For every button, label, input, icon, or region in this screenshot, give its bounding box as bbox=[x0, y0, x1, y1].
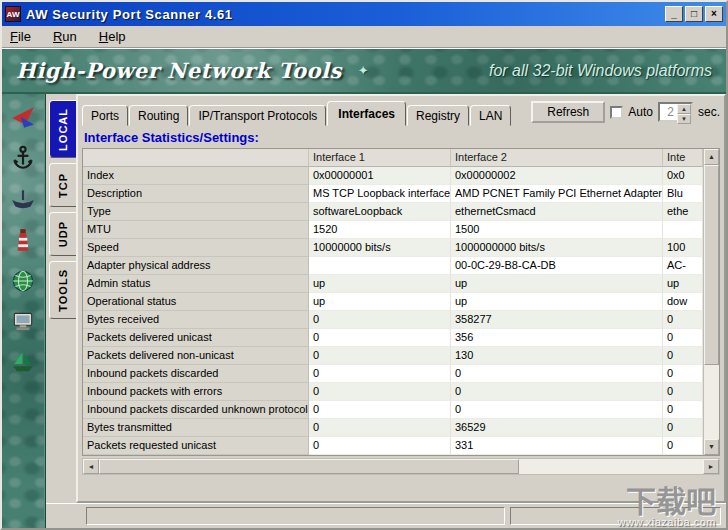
banner-title: High-Power Network Tools bbox=[16, 58, 342, 83]
row-value-interface1: 10000000 bits/s bbox=[309, 239, 451, 257]
minimize-button[interactable]: _ bbox=[665, 6, 683, 22]
auto-checkbox-label: Auto bbox=[628, 105, 653, 119]
refresh-button[interactable]: Refresh bbox=[531, 101, 605, 123]
window-title: AW Security Port Scanner 4.61 bbox=[26, 7, 233, 22]
row-value-interface2: 130 bbox=[451, 347, 663, 365]
row-value-interface3: AC- bbox=[663, 257, 703, 275]
vertical-scroll-thumb[interactable] bbox=[704, 165, 719, 365]
row-value-interface3 bbox=[663, 221, 703, 239]
spinner-down-button[interactable]: ▼ bbox=[677, 114, 691, 124]
row-value-interface2: up bbox=[451, 293, 663, 311]
row-label: Bytes transmitted bbox=[83, 419, 309, 437]
header-label-column bbox=[83, 149, 309, 167]
row-label: Inbound packets discarded unknown protoc… bbox=[83, 401, 309, 419]
vertical-scrollbar[interactable]: ▲ ▼ bbox=[703, 149, 719, 455]
row-value-interface3: 0 bbox=[663, 383, 703, 401]
close-button[interactable]: × bbox=[705, 6, 723, 22]
row-value-interface1: up bbox=[309, 293, 451, 311]
row-label: Packets delivered unicast bbox=[83, 329, 309, 347]
banner-subtitle: for all 32-bit Windows platforms bbox=[489, 62, 712, 80]
row-label: Inbound packets with errors bbox=[83, 383, 309, 401]
row-value-interface1: 0 bbox=[309, 419, 451, 437]
row-value-interface1 bbox=[309, 257, 451, 275]
interface-table: Interface 1 Interface 2 Inte Index 0x000… bbox=[82, 148, 720, 456]
tab-interfaces[interactable]: Interfaces bbox=[327, 101, 406, 126]
table-row: Inbound packets with errors 0 0 0 bbox=[83, 383, 703, 401]
globe-icon bbox=[10, 268, 36, 294]
tab-lan[interactable]: LAN bbox=[470, 105, 511, 126]
auto-checkbox[interactable] bbox=[610, 106, 623, 119]
table-row: Bytes transmitted 0 36529 0 bbox=[83, 419, 703, 437]
scroll-up-icon[interactable]: ▲ bbox=[704, 149, 719, 165]
row-value-interface3: up bbox=[663, 275, 703, 293]
table-row: Inbound packets discarded unknown protoc… bbox=[83, 401, 703, 419]
side-tab-strip: LOCAL TCP UDP TOOLS bbox=[46, 94, 76, 503]
side-tab-udp[interactable]: UDP bbox=[49, 212, 76, 256]
scroll-down-icon[interactable]: ▼ bbox=[704, 439, 719, 455]
sparkle-icon: ✦ bbox=[358, 63, 369, 78]
maximize-button[interactable]: □ bbox=[685, 6, 703, 22]
table-body: Index 0x00000001 0x00000002 0x0 Descript… bbox=[83, 167, 703, 455]
horizontal-scroll-thumb[interactable] bbox=[99, 459, 519, 474]
rowboat-icon bbox=[10, 186, 36, 212]
row-value-interface3: 0 bbox=[663, 419, 703, 437]
horizontal-scrollbar[interactable]: ◄ ► bbox=[82, 458, 720, 475]
table-row: Bytes received 0 358277 0 bbox=[83, 311, 703, 329]
row-value-interface2: 0 bbox=[451, 383, 663, 401]
tab-ip-transport-protocols[interactable]: IP/Transport Protocols bbox=[189, 105, 326, 126]
row-value-interface2: 36529 bbox=[451, 419, 663, 437]
header-interface-1: Interface 1 bbox=[309, 149, 451, 167]
row-value-interface2: 0x00000002 bbox=[451, 167, 663, 185]
row-value-interface1: 0 bbox=[309, 365, 451, 383]
row-value-interface1: 0 bbox=[309, 329, 451, 347]
spinner-up-button[interactable]: ▲ bbox=[677, 104, 691, 114]
row-value-interface1: 0x00000001 bbox=[309, 167, 451, 185]
top-tab-bar: Ports Routing IP/Transport Protocols Int… bbox=[82, 99, 720, 126]
tab-registry[interactable]: Registry bbox=[407, 105, 469, 126]
section-title: Interface Statistics/Settings: bbox=[82, 126, 720, 148]
seconds-label: sec. bbox=[698, 105, 720, 119]
anchor-icon bbox=[10, 145, 36, 171]
side-tab-local[interactable]: LOCAL bbox=[49, 100, 76, 158]
row-value-interface3: 100 bbox=[663, 239, 703, 257]
row-label: Description bbox=[83, 185, 309, 203]
row-value-interface2: AMD PCNET Family PCI Ethernet Adapter bbox=[451, 185, 663, 203]
row-label: Bytes received bbox=[83, 311, 309, 329]
menu-run[interactable]: Run bbox=[53, 29, 77, 44]
row-value-interface1: 1520 bbox=[309, 221, 451, 239]
row-value-interface2: 358277 bbox=[451, 311, 663, 329]
interval-spinner: 2 ▲ ▼ bbox=[658, 102, 693, 122]
interval-value[interactable]: 2 bbox=[660, 104, 677, 120]
side-tab-tools[interactable]: TOOLS bbox=[49, 261, 76, 319]
row-value-interface3: dow bbox=[663, 293, 703, 311]
menu-bar: File Run Help bbox=[2, 26, 726, 48]
tab-ports[interactable]: Ports bbox=[82, 105, 128, 126]
row-label: Adapter physical address bbox=[83, 257, 309, 275]
banner: High-Power Network Tools ✦ for all 32-bi… bbox=[2, 48, 726, 94]
row-label: Index bbox=[83, 167, 309, 185]
scroll-right-icon[interactable]: ► bbox=[703, 459, 719, 474]
title-bar: AW AW Security Port Scanner 4.61 _ □ × bbox=[2, 2, 726, 26]
tab-routing[interactable]: Routing bbox=[129, 105, 188, 126]
header-interface-2: Interface 2 bbox=[451, 149, 663, 167]
row-value-interface2: up bbox=[451, 275, 663, 293]
row-value-interface3: 0 bbox=[663, 311, 703, 329]
side-tab-tcp[interactable]: TCP bbox=[49, 163, 76, 207]
row-value-interface3: ethe bbox=[663, 203, 703, 221]
row-value-interface1: up bbox=[309, 275, 451, 293]
table-row: Admin status up up up bbox=[83, 275, 703, 293]
app-window: AW AW Security Port Scanner 4.61 _ □ × F… bbox=[0, 0, 728, 530]
row-value-interface2: 1500 bbox=[451, 221, 663, 239]
table-row: Type softwareLoopback ethernetCsmacd eth… bbox=[83, 203, 703, 221]
row-value-interface2: 0 bbox=[451, 401, 663, 419]
scroll-left-icon[interactable]: ◄ bbox=[83, 459, 99, 474]
row-value-interface3: 0 bbox=[663, 365, 703, 383]
menu-file[interactable]: File bbox=[10, 29, 31, 44]
menu-help[interactable]: Help bbox=[99, 29, 126, 44]
row-value-interface3: 0 bbox=[663, 347, 703, 365]
row-value-interface3: 0 bbox=[663, 329, 703, 347]
table-row: MTU 1520 1500 bbox=[83, 221, 703, 239]
row-value-interface1: 0 bbox=[309, 401, 451, 419]
row-value-interface2: 331 bbox=[451, 437, 663, 455]
row-value-interface3: 0x0 bbox=[663, 167, 703, 185]
